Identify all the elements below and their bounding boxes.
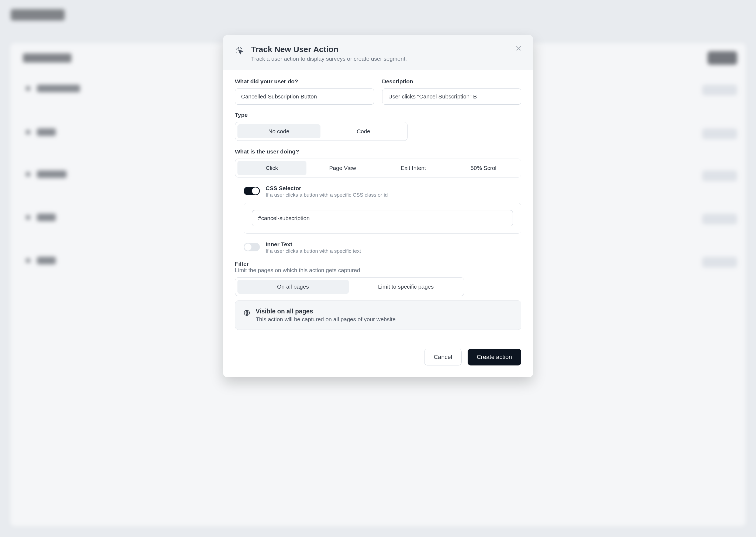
filter-sublabel: Limit the pages on which this action get… [235, 267, 521, 273]
inner-text-title: Inner Text [266, 241, 361, 248]
description-label: Description [382, 78, 521, 85]
filter-option-all-pages[interactable]: On all pages [238, 280, 349, 294]
css-selector-toggle[interactable] [244, 186, 260, 195]
type-option-no-code[interactable]: No code [238, 124, 321, 138]
modal-subtitle: Track a user action to display surveys o… [251, 56, 407, 62]
css-selector-box [244, 203, 521, 233]
css-selector-input[interactable] [252, 210, 513, 226]
trigger-option-exit-intent[interactable]: Exit Intent [379, 161, 448, 175]
css-selector-desc: If a user clicks a button with a specifi… [266, 192, 388, 198]
type-label: Type [235, 112, 521, 118]
close-icon [515, 45, 522, 52]
filter-segmented-control: On all pages Limit to specific pages [235, 277, 464, 296]
action-name-label: What did your user do? [235, 78, 374, 85]
create-action-button[interactable]: Create action [468, 349, 521, 365]
filter-info-card: Visible on all pages This action will be… [235, 301, 521, 330]
type-segmented-control: No code Code [235, 122, 407, 141]
modal-title: Track New User Action [251, 45, 407, 54]
filter-option-specific-pages[interactable]: Limit to specific pages [350, 280, 462, 294]
modal-overlay: Track New User Action Track a user actio… [0, 0, 756, 537]
close-button[interactable] [513, 43, 524, 54]
trigger-option-page-view[interactable]: Page View [308, 161, 377, 175]
filter-info-title: Visible on all pages [256, 308, 396, 315]
trigger-option-scroll[interactable]: 50% Scroll [450, 161, 519, 175]
trigger-option-click[interactable]: Click [238, 161, 307, 175]
modal-footer: Cancel Create action [223, 343, 533, 377]
trigger-segmented-control: Click Page View Exit Intent 50% Scroll [235, 159, 521, 178]
inner-text-toggle[interactable] [244, 243, 260, 251]
globe-icon [244, 310, 250, 316]
cancel-button[interactable]: Cancel [424, 349, 461, 365]
cursor-click-icon [235, 46, 244, 56]
type-option-code[interactable]: Code [322, 124, 405, 138]
modal-header: Track New User Action Track a user actio… [223, 35, 533, 70]
trigger-label: What is the user doing? [235, 148, 521, 155]
filter-label: Filter [235, 261, 521, 267]
description-input[interactable] [382, 89, 521, 104]
filter-info-desc: This action will be captured on all page… [256, 316, 396, 323]
inner-text-desc: If a user clicks a button with a specifi… [266, 248, 361, 254]
track-action-modal: Track New User Action Track a user actio… [223, 35, 533, 377]
action-name-input[interactable] [235, 89, 374, 104]
css-selector-title: CSS Selector [266, 185, 388, 191]
